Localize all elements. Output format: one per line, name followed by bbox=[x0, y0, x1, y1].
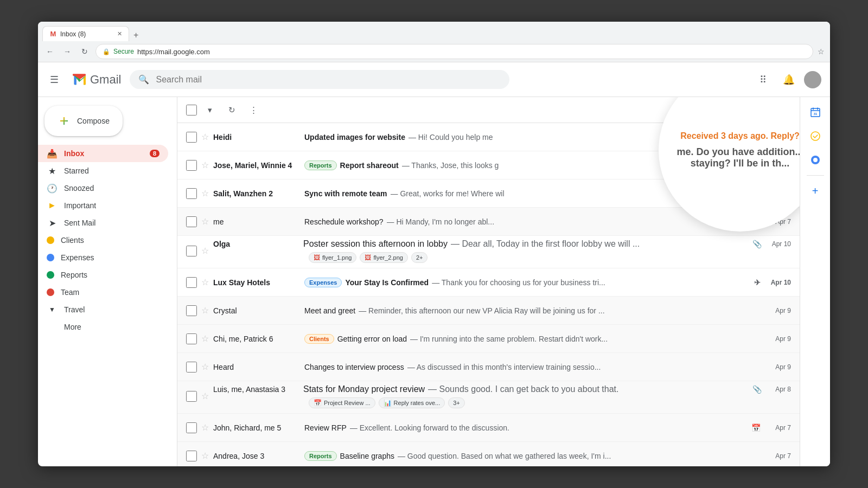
gmail-logo[interactable]: Gmail bbox=[71, 71, 121, 88]
add-apps-button[interactable]: + bbox=[805, 180, 826, 202]
sender: Heard bbox=[213, 363, 300, 371]
bookmark-button[interactable]: ☆ bbox=[818, 47, 825, 56]
sidebar-item-expenses[interactable]: Expenses bbox=[38, 249, 168, 266]
sidebar-item-important[interactable]: ► Important bbox=[38, 197, 168, 214]
google-calendar-button[interactable]: 31 bbox=[805, 101, 826, 123]
star-button[interactable]: ☆ bbox=[201, 362, 209, 372]
email-label-chip: Expenses bbox=[304, 278, 342, 287]
email-row[interactable]: ☆ Andrea, Jose 3 Reports Baseline graphs… bbox=[177, 442, 800, 466]
next-page-button[interactable]: › bbox=[784, 103, 791, 117]
email-checkbox[interactable] bbox=[186, 333, 197, 344]
email-subject: Getting error on load bbox=[337, 335, 407, 343]
more-count: 2+ bbox=[416, 254, 423, 261]
compose-button[interactable]: Compose bbox=[44, 106, 123, 136]
attachment-chip[interactable]: 📅 Project Review ... bbox=[309, 397, 375, 408]
new-tab-button[interactable]: + bbox=[129, 30, 143, 40]
sidebar-item-more[interactable]: More bbox=[38, 318, 168, 336]
more-attachments-chip[interactable]: 2+ bbox=[411, 252, 428, 263]
important-label: Important bbox=[64, 201, 159, 210]
apps-grid-button[interactable]: ⠿ bbox=[752, 69, 774, 91]
sender: Chi, me, Patrick 6 bbox=[213, 335, 300, 343]
forward-button[interactable]: → bbox=[61, 45, 74, 58]
back-button[interactable]: ← bbox=[43, 45, 56, 58]
email-toolbar: ▾ ↻ ⋮ 1-25 of many › bbox=[177, 97, 800, 123]
reports-label: Reports bbox=[61, 271, 159, 279]
email-subject: Changes to interview process bbox=[304, 363, 404, 371]
attachment-chip[interactable]: 📊 Reply rates ove... bbox=[379, 397, 445, 408]
star-button[interactable]: ☆ bbox=[201, 160, 209, 170]
notifications-button[interactable]: 🔔 bbox=[778, 69, 800, 91]
gmail-header: ☰ Gmail 🔍 ⠿ 🔔 bbox=[38, 62, 830, 97]
star-button[interactable]: ☆ bbox=[201, 391, 209, 401]
email-checkbox[interactable] bbox=[186, 451, 197, 461]
email-date: Apr 7 bbox=[765, 424, 791, 432]
sidebar-item-starred[interactable]: ★ Starred bbox=[38, 162, 168, 179]
email-checkbox[interactable] bbox=[186, 160, 197, 171]
email-row[interactable]: ☆ Luis, me, Anastasia 3 Stats for Monday… bbox=[177, 381, 800, 414]
sidebar-item-sent[interactable]: ➤ Sent Mail bbox=[38, 214, 168, 232]
attachment-chip-label: Project Review ... bbox=[324, 400, 371, 406]
google-tasks-button[interactable] bbox=[805, 125, 826, 147]
attachment-chip[interactable]: 🖼 flyer_2.png bbox=[360, 252, 407, 263]
star-button[interactable]: ☆ bbox=[201, 188, 209, 198]
sidebar-item-snoozed[interactable]: 🕐 Snoozed bbox=[38, 179, 168, 197]
sidebar-item-travel[interactable]: ▼ Travel bbox=[38, 301, 168, 318]
email-row[interactable]: ☆ Salit, Wanzhen 2 Sync with remote team… bbox=[177, 179, 800, 208]
email-row[interactable]: ☆ Jose, Mariel, Winnie 4 Reports Report … bbox=[177, 151, 800, 179]
attachment-chip[interactable]: 🖼 flyer_1.png bbox=[309, 252, 356, 263]
email-subject: Review RFP bbox=[304, 423, 347, 432]
svg-text:31: 31 bbox=[813, 112, 817, 115]
sidebar-item-reports[interactable]: Reports bbox=[38, 266, 168, 284]
sidebar-item-team[interactable]: Team bbox=[38, 284, 168, 301]
attachment-chip-label: Reply rates ove... bbox=[394, 400, 441, 406]
email-checkbox[interactable] bbox=[186, 132, 197, 143]
sidebar-item-clients[interactable]: Clients bbox=[38, 232, 168, 249]
email-checkbox[interactable] bbox=[186, 362, 197, 373]
email-checkbox[interactable] bbox=[186, 216, 197, 227]
calendar-chip-icon: 📅 bbox=[314, 399, 322, 407]
user-avatar[interactable] bbox=[804, 71, 821, 88]
more-options-button[interactable]: ⋮ bbox=[245, 101, 262, 119]
menu-hamburger-button[interactable]: ☰ bbox=[47, 70, 62, 89]
star-button[interactable]: ☆ bbox=[201, 246, 209, 256]
email-checkbox[interactable] bbox=[186, 305, 197, 316]
email-preview: — As discussed in this month's interview… bbox=[407, 363, 601, 371]
email-row[interactable]: ☆ Crystal Meet and greet — Reminder, thi… bbox=[177, 297, 800, 325]
star-button[interactable]: ☆ bbox=[201, 422, 209, 433]
google-keep-button[interactable] bbox=[805, 149, 826, 171]
sidebar-item-inbox[interactable]: 📥 Inbox 8 bbox=[38, 145, 168, 162]
email-checkbox[interactable] bbox=[186, 246, 197, 256]
gmail-wordmark: Gmail bbox=[90, 73, 121, 87]
browser-tab[interactable]: M Inbox (8) ✕ bbox=[42, 26, 129, 41]
plane-icon: ✈ bbox=[754, 278, 761, 287]
tab-close-btn[interactable]: ✕ bbox=[117, 30, 122, 37]
refresh-emails-button[interactable]: ↻ bbox=[223, 101, 240, 119]
search-bar[interactable]: 🔍 bbox=[130, 70, 509, 89]
email-row[interactable]: ☆ Lux Stay Hotels Expenses Your Stay Is … bbox=[177, 268, 800, 297]
select-dropdown-button[interactable]: ▾ bbox=[201, 101, 219, 119]
star-button[interactable]: ☆ bbox=[201, 216, 209, 227]
email-row[interactable]: ☆ Chi, me, Patrick 6 Clients Getting err… bbox=[177, 325, 800, 353]
email-label-chip: Reports bbox=[304, 451, 337, 461]
email-checkbox[interactable] bbox=[186, 277, 197, 288]
star-button[interactable]: ☆ bbox=[201, 333, 209, 344]
email-row[interactable]: ☆ Olga Poster session this afternoon in … bbox=[177, 236, 800, 268]
star-button[interactable]: ☆ bbox=[201, 305, 209, 316]
email-checkbox[interactable] bbox=[186, 422, 197, 433]
star-button[interactable]: ☆ bbox=[201, 132, 209, 142]
image-chip-icon: 🖼 bbox=[365, 254, 371, 261]
email-row[interactable]: ☆ Heard Changes to interview process — A… bbox=[177, 353, 800, 381]
search-input[interactable] bbox=[156, 75, 501, 85]
email-checkbox[interactable] bbox=[186, 188, 197, 199]
email-checkbox[interactable] bbox=[186, 391, 197, 402]
refresh-button[interactable]: ↻ bbox=[78, 45, 91, 58]
team-label: Team bbox=[61, 288, 159, 297]
email-row[interactable]: ☆ me Reschedule workshop? — Hi Mandy, I'… bbox=[177, 208, 800, 236]
email-checkstar: ☆ bbox=[186, 384, 209, 402]
star-button[interactable]: ☆ bbox=[201, 451, 209, 461]
more-attachments-chip[interactable]: 3+ bbox=[448, 397, 465, 408]
email-row[interactable]: ☆ Heidi Updated images for website — Hi!… bbox=[177, 123, 800, 151]
email-row[interactable]: ☆ John, Richard, me 5 Review RFP — Excel… bbox=[177, 414, 800, 442]
select-all-checkbox[interactable] bbox=[186, 105, 197, 115]
star-button[interactable]: ☆ bbox=[201, 277, 209, 287]
